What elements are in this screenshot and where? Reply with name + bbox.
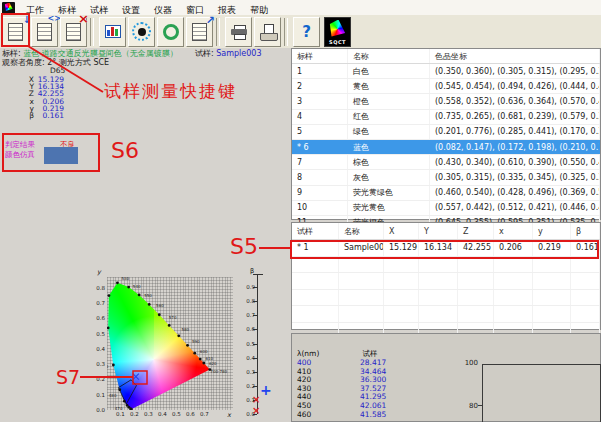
locus-label-580: 580	[181, 327, 189, 332]
print-preview-button[interactable]	[254, 17, 281, 47]
browse-records-button[interactable]: <>	[31, 17, 58, 47]
browse-records-icon	[37, 23, 52, 41]
sample-col-x: x	[494, 223, 533, 239]
beta-tick-label-0.6: 0.6	[236, 326, 255, 332]
down-arrow-icon: ↓	[23, 14, 31, 25]
standard-id: 10	[292, 201, 348, 215]
sample-table-header: 试样名称XYZxyβ	[292, 223, 600, 240]
locus-dot-460	[126, 404, 129, 407]
menu-item-报表[interactable]: 报表	[211, 5, 243, 15]
standard-name: 荧光黄色	[348, 201, 430, 215]
sample-cell: 0.219	[533, 240, 571, 256]
measure-sample-button[interactable]: ↓	[2, 17, 29, 47]
cie-xtick-0.2: 0.2	[130, 411, 139, 417]
measure-sci-button[interactable]	[128, 17, 155, 47]
beta-tick-label-0.4: 0.4	[236, 355, 255, 361]
delete-record-button[interactable]: ×	[60, 17, 87, 47]
sample-col-Z: Z	[458, 223, 494, 239]
menu-bar: 工作标样试样设置仪器窗口报表帮助	[0, 0, 601, 16]
toolbar-separator	[216, 18, 220, 46]
sample-name: Sample003	[216, 49, 261, 58]
sample-col-名称: 名称	[339, 223, 384, 239]
locus-label-550: 550	[144, 293, 152, 298]
locus-label-530: 530	[121, 277, 129, 281]
standard-name: 绿色	[348, 125, 430, 139]
cie-ytick-0.4: 0.4	[91, 346, 105, 352]
cie-ytick-0.5: 0.5	[91, 331, 105, 337]
col-standard-id: 标样	[292, 49, 348, 63]
angle-brackets-icon: <>	[48, 14, 61, 23]
locus-label-540: 540	[133, 284, 141, 289]
illuminant-label: D65	[50, 66, 65, 75]
standard-id: 7	[292, 155, 348, 169]
standards-row-4[interactable]: 4红色(0.735, 0.265), (0.681, 0.239), (0.57…	[292, 110, 600, 125]
bar-chart-icon	[105, 25, 121, 38]
standards-row-9[interactable]: 9荧光黄绿色(0.460, 0.540), (0.428, 0.496), (0…	[292, 186, 600, 201]
cie-y-axis-label: y	[97, 268, 101, 276]
standards-table-header: 标样 名称 色品坐标	[292, 49, 600, 64]
standard-name: 棕色	[348, 155, 430, 169]
standards-row-6[interactable]: * 6蓝色(0.082, 0.147), (0.172, 0.198), (0.…	[292, 140, 600, 155]
col-name: 名称	[348, 49, 430, 63]
standard-coords: (0.201, 0.776), (0.285, 0.441), (0.170, …	[430, 125, 600, 139]
help-button[interactable]: ?	[293, 17, 320, 47]
sqct-button[interactable]: SQCT	[324, 17, 351, 47]
annotation-s5: S5	[230, 234, 258, 259]
standards-row-10[interactable]: 10荧光黄色(0.557, 0.442), (0.512, 0.421), (0…	[292, 201, 600, 216]
standards-row-1[interactable]: 1白色(0.350, 0.360), (0.305, 0.315), (0.29…	[292, 64, 600, 79]
annotation-shortcut-text: 试样测量快捷键	[104, 80, 237, 103]
color-chart-button[interactable]	[99, 17, 126, 47]
standard-id: 4	[292, 110, 348, 124]
cie-ytick-0.8: 0.8	[91, 285, 105, 291]
standard-coords: (0.545, 0.454), (0.494, 0.426), (0.444, …	[430, 79, 600, 93]
locus-label-620: 620	[209, 361, 217, 366]
measure-sce-button[interactable]	[157, 17, 184, 47]
standards-row-2[interactable]: 2黄色(0.545, 0.454), (0.494, 0.426), (0.44…	[292, 79, 600, 94]
spectral-panel: λ(nm) 试样 40028.41741034.46442036.3004303…	[291, 333, 601, 422]
cie-xtick-0.5: 0.5	[172, 411, 181, 417]
standard-coords: (0.460, 0.540), (0.428, 0.496), (0.369, …	[430, 186, 600, 200]
standards-row-7[interactable]: 7棕色(0.430, 0.340), (0.610, 0.390), (0.55…	[292, 155, 600, 170]
sample-col-β: β	[571, 223, 600, 239]
sample-empty-row	[292, 306, 600, 323]
standards-row-8[interactable]: 8灰色(0.305, 0.315), (0.335, 0.345), (0.32…	[292, 170, 600, 185]
standard-name: 黄色	[348, 79, 430, 93]
standard-coords: (0.558, 0.352), (0.636, 0.364), (0.570, …	[430, 94, 600, 108]
beta-tick-label-0.2: 0.2	[236, 383, 255, 389]
menu-item-设置[interactable]: 设置	[115, 5, 147, 15]
cie-xtick-0.6: 0.6	[186, 411, 195, 417]
sample-row[interactable]: * 1Sample00315.12916.13442.2550.2060.219…	[292, 240, 600, 257]
standards-table: 标样 名称 色品坐标 1白色(0.350, 0.360), (0.305, 0.…	[291, 48, 601, 220]
sample-cell: * 1	[292, 240, 339, 256]
printer-icon	[231, 25, 247, 39]
beta-axis-cap	[253, 274, 263, 275]
cie-chromaticity-diagram: 3804304504604704804905005105205305405505…	[107, 277, 233, 410]
standard-coords: (0.430, 0.340), (0.610, 0.390), (0.550, …	[430, 155, 600, 169]
locus-dot-500	[107, 326, 110, 329]
beta-tick-label-0.8: 0.8	[236, 298, 255, 304]
tolerance-polygon	[119, 380, 137, 404]
locus-dot-470	[123, 400, 126, 403]
sci-target-icon	[132, 22, 151, 41]
beta-sample-marker: +	[260, 382, 272, 398]
beta-tick-label-0.3: 0.3	[236, 369, 255, 375]
spectral-chart	[482, 364, 601, 422]
toolbar: ↓ <> × ↗	[0, 15, 601, 48]
standards-row-3[interactable]: 3橙色(0.558, 0.352), (0.636, 0.364), (0.57…	[292, 94, 600, 109]
menu-item-帮助[interactable]: 帮助	[243, 5, 275, 15]
cie-xtick-0.3: 0.3	[144, 411, 153, 417]
print-button[interactable]	[225, 17, 252, 47]
spectral-ytick-80: 80	[462, 402, 478, 410]
sample-cell: 16.134	[419, 240, 458, 256]
standard-name: 灰色	[348, 170, 430, 184]
locus-dot-520	[116, 281, 119, 284]
export-button[interactable]: ↗	[186, 17, 213, 47]
print-preview-icon	[260, 24, 276, 39]
sample-empty-row	[292, 273, 600, 290]
locus-label-590: 590	[192, 339, 200, 344]
menu-item-仪器[interactable]: 仪器	[147, 5, 179, 15]
app-window: 工作标样试样设置仪器窗口报表帮助 ↓ <> × ↗	[0, 0, 601, 422]
locus-dot-570	[168, 324, 171, 327]
standards-row-5[interactable]: 5绿色(0.201, 0.776), (0.285, 0.441), (0.17…	[292, 125, 600, 140]
sample-cell: Sample003	[339, 240, 384, 256]
